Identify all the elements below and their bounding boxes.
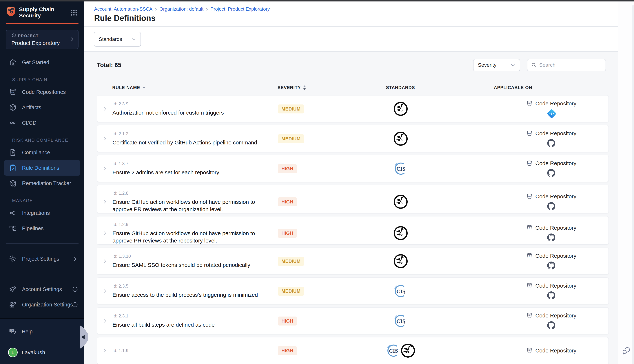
info-icon[interactable] xyxy=(72,302,78,308)
table-row[interactable]: Id: 2.1.2Certificate not verified by Git… xyxy=(97,125,609,152)
github-icon xyxy=(547,292,555,300)
svg-text:</>: </> xyxy=(528,132,531,134)
applicable-on-cell: </>Code Repository xyxy=(494,216,608,250)
severity-cell: MEDIUM xyxy=(278,248,345,274)
standards-cell xyxy=(345,216,457,250)
table-row[interactable]: Id: 1.3.7Ensure 2 admins are set for eac… xyxy=(97,155,609,182)
breadcrumb-link[interactable]: Project: Product Exploratory xyxy=(210,6,270,12)
row-expander[interactable] xyxy=(97,308,112,334)
sidebar-item-organization-settings[interactable]: Organization Settings xyxy=(0,297,84,312)
sidebar-item-integrations[interactable]: Integrations xyxy=(0,205,84,221)
rule-id: Id: 2.1.2 xyxy=(112,131,128,136)
cell-spacer xyxy=(457,248,494,274)
supply-chain-security-logo-icon xyxy=(6,6,17,18)
severity-cell: HIGH xyxy=(278,155,345,182)
applicable-on-cell: </>Code Repository xyxy=(494,155,608,182)
column-header-applicable-on: APPLICABLE ON xyxy=(494,83,609,92)
row-expander[interactable] xyxy=(97,125,112,152)
collapse-left-arrow-icon xyxy=(82,335,85,339)
standards-dropdown[interactable]: Standards xyxy=(94,32,141,46)
row-expander[interactable] xyxy=(97,338,112,364)
search-input[interactable] xyxy=(539,62,602,68)
nav-section-label: RISK AND COMPLIANCE xyxy=(0,136,84,145)
rule-name-cell: Id: 1.1.9 xyxy=(112,338,278,364)
table-row[interactable]: Id: 2.3.1Ensure all build steps are defi… xyxy=(97,307,609,334)
severity-badge: MEDIUM xyxy=(278,287,304,296)
row-expander[interactable] xyxy=(97,96,112,122)
project-selector[interactable]: PROJECT Product Exploratory xyxy=(6,30,79,49)
infinity-icon xyxy=(9,119,17,127)
applicable-on-label: Code Repository xyxy=(535,253,576,259)
applicable-on-label: Code Repository xyxy=(535,348,576,354)
breadcrumb-link[interactable]: Account: Automation-SSCA xyxy=(94,6,152,12)
sidebar-item-rule-definitions[interactable]: Rule Definitions xyxy=(4,160,80,176)
code-repository-icon: </> xyxy=(526,160,533,166)
rule-name-cell: Id: 2.1.2Certificate not verified by Git… xyxy=(112,125,278,152)
cube-icon xyxy=(9,103,17,112)
row-expander[interactable] xyxy=(97,185,112,218)
sidebar-item-code-repositories[interactable]: </>Code Repositories xyxy=(0,84,84,100)
sidebar-item-label: Code Repositories xyxy=(22,89,66,95)
sidebar-item-project-settings[interactable]: Project Settings xyxy=(0,251,84,266)
github-icon xyxy=(547,262,555,270)
row-expander[interactable] xyxy=(97,278,112,304)
cis-icon: CIS xyxy=(393,313,409,329)
row-expander[interactable] xyxy=(97,216,112,250)
table-row[interactable]: Id: 1.3.10Ensure SAML SSO tokens should … xyxy=(97,248,609,274)
help-chat-icon: ? xyxy=(9,328,17,336)
applicable-on-label: Code Repository xyxy=(535,130,576,136)
chat-bubbles-icon[interactable] xyxy=(621,346,631,356)
breadcrumb-link[interactable]: Organization: default xyxy=(159,6,203,12)
scrollbar[interactable] xyxy=(632,5,634,364)
chevron-down-icon xyxy=(511,63,515,68)
row-expander[interactable] xyxy=(97,155,112,182)
cell-spacer xyxy=(457,308,494,334)
table-row[interactable]: Id: 2.3.5Ensure access to the build proc… xyxy=(97,278,609,304)
cis-icon: CIS xyxy=(385,343,401,358)
sidebar-item-label: Artifacts xyxy=(22,104,41,110)
info-icon[interactable] xyxy=(72,286,78,292)
table-row[interactable]: Id: 1.2.8Ensure GitHub action workflows … xyxy=(97,185,609,213)
sidebar-item-help[interactable]: ? Help xyxy=(9,328,33,336)
org-gear-icon xyxy=(9,300,17,309)
severity-badge: MEDIUM xyxy=(278,104,304,114)
sidebar-item-pipelines[interactable]: Pipelines xyxy=(0,221,84,236)
sidebar-item-ci-cd[interactable]: CI/CD xyxy=(0,115,84,130)
applicable-on-cell: </>Code Repository xyxy=(494,308,608,334)
user-menu[interactable]: L Lavakush xyxy=(8,348,45,357)
nav-section-label: MANAGE xyxy=(0,196,84,205)
table-row[interactable]: Id: 2.3.9Authorization not enforced for … xyxy=(97,95,609,122)
code-repository-icon: </> xyxy=(526,224,533,231)
standards-cell: CIS xyxy=(345,278,457,304)
rule-name: Ensure GitHub action workflows do not ha… xyxy=(112,230,274,244)
cell-spacer xyxy=(457,216,494,250)
owasp-icon xyxy=(393,225,409,241)
app-switcher-grid-icon[interactable] xyxy=(70,9,78,16)
github-icon xyxy=(547,139,555,147)
sidebar-item-label: CI/CD xyxy=(22,120,37,126)
svg-text:</>: </> xyxy=(528,255,531,257)
github-icon xyxy=(547,234,555,242)
column-header-severity[interactable]: SEVERITY xyxy=(277,83,345,92)
severity-cell: HIGH xyxy=(278,308,345,334)
severity-cell: MEDIUM xyxy=(278,125,345,152)
sidebar-item-artifacts[interactable]: Artifacts xyxy=(0,100,84,115)
sidebar-item-compliance[interactable]: Compliance xyxy=(0,145,84,160)
sidebar-item-account-settings[interactable]: Account Settings xyxy=(0,282,84,297)
severity-cell: HIGH xyxy=(278,338,345,364)
filter-bar: Standards xyxy=(84,27,618,52)
layers-gear-icon xyxy=(9,285,17,293)
sidebar-item-get-started[interactable]: Get Started xyxy=(0,54,84,70)
code-repository-icon: </> xyxy=(526,252,533,259)
table-row[interactable]: Id: 1.2.9Ensure GitHub action workflows … xyxy=(97,216,609,244)
rule-id: Id: 1.1.9 xyxy=(112,348,128,353)
sidebar-item-remediation-tracker[interactable]: Remediation Tracker xyxy=(0,176,84,191)
column-header-rule-name[interactable]: RULE NAME xyxy=(112,83,277,92)
row-expander[interactable] xyxy=(97,248,112,274)
svg-text:CIS: CIS xyxy=(396,166,405,172)
table-row[interactable]: Id: 1.1.9HIGHCIS</>Code Repository xyxy=(97,337,609,364)
owasp-icon xyxy=(393,194,409,210)
rule-name-cell: Id: 1.2.9Ensure GitHub action workflows … xyxy=(112,216,278,250)
severity-dropdown[interactable]: Severity xyxy=(473,59,520,71)
github-icon xyxy=(547,202,555,210)
